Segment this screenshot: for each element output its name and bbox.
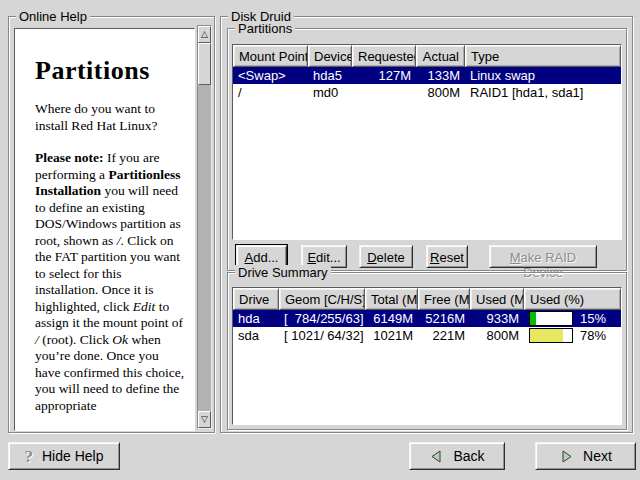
column-header-mount-point[interactable]: Mount Point [233,45,308,67]
cell-drive: hda [233,311,279,326]
cell-used: 933M [470,311,524,326]
column-header-total[interactable]: Total (M) [365,288,418,310]
drive-row-hda[interactable]: hda [ 784/255/63] 6149M 5216M 933M 15% [233,310,621,327]
online-help-panel: Online Help Partitions Where do you want… [8,16,215,433]
partitions-table: Mount Point Device Requested Actual Type… [232,44,622,240]
usage-bar [529,328,573,343]
scrollbar-thumb[interactable] [198,43,211,85]
drive-summary-frame-label: Drive Summary [235,265,331,280]
cell-type: Linux swap [465,68,621,83]
help-text-area: Partitions Where do you want to install … [14,28,195,431]
partition-row-root[interactable]: / md0 800M RAID1 [hda1, sda1] [233,84,621,101]
scroll-up-icon[interactable]: △ [198,26,211,43]
drive-summary-table-header: Drive Geom [C/H/S] Total (M) Free (M) Us… [233,288,621,310]
column-header-actual[interactable]: Actual [416,45,465,67]
online-help-frame-label: Online Help [16,9,90,24]
column-header-requested[interactable]: Requested [352,45,416,67]
reset-button[interactable]: Reset [426,245,468,268]
cell-actual: 800M [416,85,465,100]
back-button[interactable]: Back [409,442,505,470]
partitions-table-header: Mount Point Device Requested Actual Type [233,45,621,67]
cell-free: 221M [418,328,470,343]
cell-mount-point: / [233,85,308,100]
cell-device: hda5 [308,68,352,83]
drive-summary-section: Drive Summary Drive Geom [C/H/S] Total (… [227,272,627,430]
drive-row-sda[interactable]: sda [ 1021/ 64/32] 1021M 221M 800M 78% [233,327,621,344]
hide-help-label: Hide Help [42,448,103,464]
column-header-device[interactable]: Device [308,45,352,67]
usage-bar [529,311,573,326]
scrollbar-trough[interactable] [198,85,211,411]
cell-total: 1021M [365,328,418,343]
help-scrollbar[interactable]: △ ▽ [197,25,212,429]
cell-free: 5216M [418,311,470,326]
cell-device: md0 [308,85,352,100]
cell-geom: [ 1021/ 64/32] [279,328,365,343]
cell-mount-point: <Swap> [233,68,308,83]
cell-actual: 133M [416,68,465,83]
cell-type: RAID1 [hda1, sda1] [465,85,621,100]
delete-button[interactable]: Delete [359,245,413,268]
cell-used-percent: 78% [524,328,621,343]
partitions-frame-label: Partitions [235,21,295,36]
disk-druid-panel: Disk Druid Partitions Mount Point Device… [220,16,633,433]
scroll-down-icon[interactable]: ▽ [198,411,211,428]
cell-used: 800M [470,328,524,343]
help-paragraph-2: Please note: If you are performing a Par… [35,150,186,414]
column-header-type[interactable]: Type [465,45,621,67]
column-header-geom[interactable]: Geom [C/H/S] [279,288,365,310]
cell-used-percent: 15% [524,311,621,326]
back-arrow-icon [429,449,444,464]
back-label: Back [453,448,484,464]
hide-help-button[interactable]: ? Hide Help [8,442,120,470]
cell-drive: sda [233,328,279,343]
column-header-drive[interactable]: Drive [233,288,279,310]
next-label: Next [583,448,612,464]
column-header-used[interactable]: Used (M) [470,288,524,310]
partition-row-swap[interactable]: <Swap> hda5 127M 133M Linux swap [233,67,621,84]
help-title: Partitions [35,57,186,85]
help-paragraph-1: Where do you want to install Red Hat Lin… [35,101,186,134]
next-button[interactable]: Next [535,442,636,470]
make-raid-device-button[interactable]: Make RAID Device [489,245,597,268]
cell-requested: 127M [352,68,416,83]
column-header-free[interactable]: Free (M) [418,288,470,310]
next-arrow-icon [559,449,574,464]
cell-total: 6149M [365,311,418,326]
question-mark-icon: ? [25,448,34,465]
drive-summary-table: Drive Geom [C/H/S] Total (M) Free (M) Us… [232,287,622,425]
column-header-used-percent[interactable]: Used (%) [524,288,621,310]
cell-geom: [ 784/255/63] [279,311,365,326]
partitions-section: Partitions Mount Point Device Requested … [227,28,627,271]
